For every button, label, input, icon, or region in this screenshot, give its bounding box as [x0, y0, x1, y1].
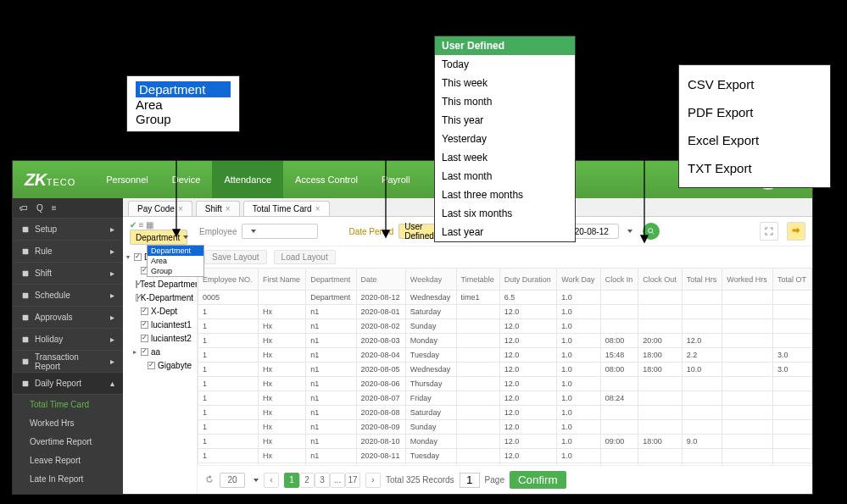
- svg-rect-17: [23, 380, 29, 386]
- content-area: Pay Code ×Shift ×Total Time Card × ✔ ≡ ▦…: [123, 198, 812, 494]
- table-row[interactable]: 1Hxn12020-08-06Thursday12.01.0: [198, 377, 812, 391]
- column-header[interactable]: Clock Out: [638, 269, 683, 291]
- sidebar: 🏷 Q ≡ Setup▸Rule▸Shift▸Schedule▸Approval…: [13, 198, 123, 494]
- table-row[interactable]: 1Hxn12020-08-08Saturday12.01.0: [198, 406, 812, 420]
- sidebar-item-schedule[interactable]: Schedule▸: [13, 285, 123, 307]
- table-row[interactable]: 1Hxn12020-08-04Tuesday12.01.015:4818:002…: [198, 348, 812, 363]
- column-header[interactable]: Work Day: [557, 269, 600, 291]
- data-table-wrap[interactable]: Employee NO.First NameDepartmentDateWeek…: [198, 268, 812, 465]
- page-size-select[interactable]: 20: [220, 473, 245, 488]
- tree-node[interactable]: K-Department: [126, 291, 193, 304]
- column-header[interactable]: Total OT: [772, 269, 811, 291]
- page-2[interactable]: 2: [299, 473, 315, 488]
- load-layout-button[interactable]: Load Layout: [274, 250, 336, 264]
- sidebar-item-rule[interactable]: Rule▸: [13, 241, 123, 263]
- tree-node[interactable]: X-Dept: [126, 304, 193, 318]
- tree-node[interactable]: luciantest2: [126, 331, 193, 345]
- page-input[interactable]: [460, 473, 480, 488]
- pagination: 20 ‹ 123...17 › Total 325 Records Page C…: [198, 465, 812, 494]
- search-icon[interactable]: Q: [36, 203, 43, 213]
- column-header[interactable]: Total Hrs: [682, 269, 722, 291]
- table-row[interactable]: 1Hxn12020-08-11Tuesday12.01.0: [198, 449, 812, 463]
- fullscreen-button[interactable]: [760, 222, 778, 241]
- svg-rect-15: [23, 336, 29, 342]
- sidebar-sub-overtime-report[interactable]: Overtime Report: [13, 432, 123, 451]
- svg-rect-10: [23, 226, 29, 232]
- tree-node[interactable]: Test Department: [126, 277, 193, 291]
- column-header[interactable]: Employee NO.: [198, 269, 259, 291]
- department-callout: Department Area Group: [126, 75, 240, 132]
- svg-rect-16: [23, 358, 29, 364]
- table-row[interactable]: 1Hxn12020-08-03Monday12.01.008:0020:0012…: [198, 334, 812, 348]
- table-row[interactable]: 0005Department2020-08-12Wednesdaytime16.…: [198, 291, 812, 305]
- column-header[interactable]: Timetable: [456, 269, 499, 291]
- close-icon[interactable]: ×: [315, 204, 320, 213]
- table-row[interactable]: 1Hxn12020-08-07Friday12.01.008:24: [198, 391, 812, 406]
- svg-marker-1: [173, 230, 180, 236]
- page-prev-button[interactable]: ‹: [264, 473, 279, 488]
- sidebar-item-transaction-report[interactable]: Transaction Report▸: [13, 351, 123, 373]
- sidebar-sub-late-in-report[interactable]: Late In Report: [13, 469, 123, 488]
- nav-personnel[interactable]: Personnel: [94, 161, 160, 198]
- table-row[interactable]: 1Hxn12020-08-09Sunday12.01.0: [198, 420, 812, 435]
- close-icon[interactable]: ×: [226, 204, 231, 213]
- column-header[interactable]: First Name: [259, 269, 306, 291]
- tree-node[interactable]: luciantest1: [126, 318, 193, 331]
- svg-rect-14: [23, 314, 29, 320]
- sidebar-sub-early-out-report[interactable]: Early Out Report: [13, 488, 123, 494]
- department-callout-highlight: Department: [136, 81, 231, 97]
- svg-rect-12: [23, 270, 29, 276]
- svg-marker-8: [641, 235, 648, 242]
- date-period-callout: User Defined Today This week This month …: [434, 36, 576, 242]
- table-row[interactable]: 1Hxn12020-08-02Sunday12.01.0: [198, 319, 812, 334]
- sidebar-item-approvals[interactable]: Approvals▸: [13, 307, 123, 329]
- sidebar-item-daily-report[interactable]: Daily Report▴: [13, 373, 123, 395]
- svg-marker-4: [382, 230, 389, 237]
- tree-node[interactable]: Gigabyte: [126, 358, 193, 372]
- column-header[interactable]: Clock In: [600, 269, 638, 291]
- page-3[interactable]: 3: [315, 473, 330, 488]
- nav-access-control[interactable]: Access Control: [283, 161, 370, 198]
- sidebar-sub-total-time-card[interactable]: Total Time Card: [13, 395, 123, 413]
- save-layout-button[interactable]: Save Layout: [204, 250, 267, 264]
- column-header[interactable]: Department: [306, 269, 356, 291]
- table-row[interactable]: 1Hxn12020-08-10Monday12.01.009:0018:009.…: [198, 435, 812, 449]
- tree-node[interactable]: ▸aa: [126, 345, 193, 358]
- page-...[interactable]: ...: [330, 473, 345, 488]
- page-17[interactable]: 17: [345, 473, 360, 488]
- export-callout: CSV Export PDF Export Excel Export TXT E…: [678, 64, 831, 188]
- logo: ZKTECO: [13, 170, 94, 190]
- menu-icon[interactable]: ≡: [52, 203, 57, 213]
- page-next-button[interactable]: ›: [365, 473, 381, 488]
- department-dropdown-open[interactable]: Department Area Group: [147, 245, 204, 277]
- refresh-button[interactable]: [204, 474, 215, 486]
- tab-total-time-card[interactable]: Total Time Card ×: [243, 201, 330, 216]
- employee-select[interactable]: [242, 224, 318, 239]
- column-header[interactable]: Worked Hrs: [722, 269, 773, 291]
- employee-label: Employee: [199, 227, 237, 236]
- nav-attendance[interactable]: Attendance: [212, 161, 283, 198]
- sidebar-item-shift[interactable]: Shift▸: [13, 263, 123, 285]
- page-1[interactable]: 1: [284, 473, 299, 488]
- tag-icon[interactable]: 🏷: [20, 203, 28, 213]
- svg-rect-11: [23, 248, 29, 254]
- sidebar-sub-leave-report[interactable]: Leave Report: [13, 451, 123, 469]
- data-table: Employee NO.First NameDepartmentDateWeek…: [198, 268, 812, 465]
- chevron-down-icon[interactable]: [254, 479, 259, 482]
- total-records-label: Total 325 Records: [386, 475, 454, 485]
- table-row[interactable]: 1Hxn12020-08-05Wednesday12.01.008:0018:0…: [198, 363, 812, 377]
- sidebar-tool-row: 🏷 Q ≡: [13, 198, 123, 219]
- department-tree: ▾Departmentn1Test DepartmentK-Department…: [123, 246, 198, 494]
- sidebar-item-setup[interactable]: Setup▸: [13, 219, 123, 241]
- export-button[interactable]: [787, 222, 805, 241]
- column-header[interactable]: Duty Duration: [499, 269, 556, 291]
- column-header[interactable]: Date: [356, 269, 405, 291]
- date-callout-header: User Defined: [435, 36, 575, 55]
- chevron-down-icon[interactable]: [627, 230, 632, 233]
- sidebar-sub-worked-hrs[interactable]: Worked Hrs: [13, 413, 123, 432]
- column-header[interactable]: Weekday: [405, 269, 456, 291]
- table-row[interactable]: 1Hxn12020-08-01Saturday12.01.0: [198, 305, 812, 319]
- tab-shift[interactable]: Shift ×: [196, 201, 240, 216]
- confirm-page-button[interactable]: Confirm: [510, 471, 566, 489]
- sidebar-item-holiday[interactable]: Holiday▸: [13, 329, 123, 351]
